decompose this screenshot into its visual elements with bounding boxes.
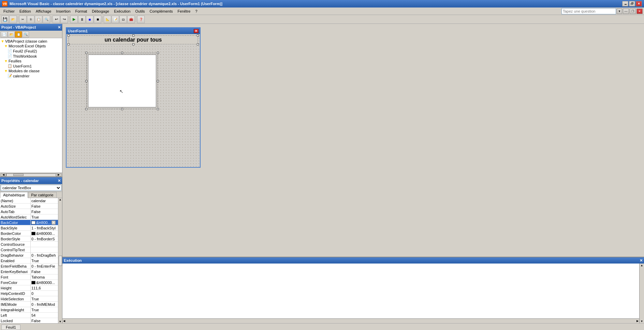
exec-hscroll-left[interactable]: ◀ [62, 319, 66, 322]
tool-run[interactable]: ▶ [70, 16, 78, 23]
tree-item-feuil2[interactable]: 📄 Feuil2 (Feuil2) [1, 48, 61, 54]
window-minimize[interactable]: — [623, 9, 629, 14]
tool-design[interactable]: 📐 [104, 16, 111, 23]
tree-scrollbar[interactable]: ◀ ▶ [0, 172, 62, 177]
exec-hscroll-right[interactable]: ▶ [636, 319, 639, 322]
prop-locked: Locked False [0, 318, 58, 323]
tab-par-categorie[interactable]: Par catégorie [28, 192, 56, 198]
handle-br[interactable] [197, 43, 199, 45]
menu-execution[interactable]: Exécution [112, 9, 132, 14]
tool-copy[interactable]: ⎘ [27, 16, 34, 23]
handle-tm[interactable] [132, 34, 134, 36]
menu-insertion[interactable]: Insertion [54, 9, 72, 14]
tool-cut[interactable]: ✂ [19, 16, 27, 23]
handle-tb-tl[interactable] [85, 52, 87, 54]
handle-tb-tr[interactable] [157, 52, 159, 54]
tree-item-feuilles[interactable]: ▼ Feuilles [1, 59, 61, 63]
tree-label-modules: Modules de classe [9, 69, 40, 73]
project-panel-close[interactable]: ✕ [58, 25, 61, 30]
tree-label-project: VBAProject (classe calen [5, 39, 47, 43]
proj-btn-3[interactable]: 📋 [15, 31, 22, 38]
restore-button[interactable]: 🗗 [629, 1, 635, 6]
scroll-track[interactable] [6, 174, 56, 176]
question-dropdown[interactable]: ▼ [617, 9, 622, 14]
props-select[interactable]: calendar TextBox [1, 185, 61, 191]
menu-edition[interactable]: Edition [17, 9, 33, 14]
minimize-button[interactable]: 🗕 [622, 1, 628, 6]
scroll-up-btn[interactable]: ▲ [59, 198, 62, 201]
tree-item-userform1[interactable]: 📋 UserForm1 [1, 63, 61, 69]
textbox-container[interactable] [86, 53, 158, 109]
tab-alphabetique[interactable]: Alphabétique [0, 192, 28, 198]
menu-debogage[interactable]: Débogage [90, 9, 111, 14]
tree-item-calendrier[interactable]: 📝 calendrier [1, 73, 61, 78]
tool-undo[interactable]: ↩ [53, 16, 60, 23]
handle-tr[interactable] [197, 34, 199, 36]
tool-stop[interactable]: ■ [86, 16, 93, 23]
tool-help[interactable]: ❓ [137, 16, 145, 23]
scroll-thumb[interactable] [59, 256, 62, 266]
window-close[interactable]: ✕ [636, 9, 643, 14]
tool-redo[interactable]: ↪ [60, 16, 68, 23]
handle-tb-br[interactable] [157, 108, 159, 110]
proj-btn-1[interactable]: 📄 [1, 31, 8, 38]
scroll-down-btn[interactable]: ▼ [59, 320, 62, 323]
proj-btn-2[interactable]: 📂 [8, 31, 15, 38]
exec-scroll-up[interactable]: ▲ [640, 264, 644, 267]
project-tree[interactable]: ▼ VBAProject (classe calen ▼ Microsoft E… [0, 38, 62, 172]
tool-find[interactable]: 🔍 [43, 16, 50, 23]
menu-complements[interactable]: Compléments [148, 9, 175, 14]
tool-explorer[interactable]: 🗂 [119, 16, 127, 23]
close-button[interactable]: ✕ [636, 1, 642, 6]
props-scrollbar[interactable]: ▲ ▼ [58, 198, 62, 323]
window-restore[interactable]: ❐ [630, 9, 636, 14]
handle-tb-bl[interactable] [85, 108, 87, 110]
exec-scrollbar[interactable]: ▲ ▼ [639, 264, 644, 323]
userform-close[interactable]: ✕ [194, 29, 199, 33]
menu-affichage[interactable]: Affichage [34, 9, 54, 14]
question-input[interactable] [561, 8, 616, 14]
menu-bar: Fichier Edition Affichage Insertion Form… [0, 7, 644, 15]
toolbar-sep-2 [51, 16, 52, 22]
tool-open[interactable]: 📂 [9, 16, 17, 23]
exec-hscrollbar[interactable]: ◀ ▶ [62, 318, 639, 323]
handle-tb-ml[interactable] [85, 80, 87, 82]
tool-toolbox[interactable]: 🧰 [127, 16, 135, 23]
backcolor-dropdown[interactable]: ▼ [52, 221, 56, 225]
tool-reset[interactable]: ⏹ [94, 16, 101, 23]
menu-format[interactable]: Format [73, 9, 89, 14]
proj-btn-4[interactable]: 🔍 [22, 31, 29, 38]
exec-header: Exécution ✕ [62, 257, 644, 264]
tool-paste[interactable]: 📋 [35, 16, 42, 23]
exec-scroll-down[interactable]: ▼ [640, 319, 644, 323]
tool-pause[interactable]: ⏸ [78, 16, 86, 23]
handle-tb-mr[interactable] [157, 80, 159, 82]
props-panel-close[interactable]: ✕ [58, 179, 61, 183]
scroll-thumb[interactable] [13, 174, 24, 176]
tree-item-thisworkbook[interactable]: 📄 ThisWorkbook [1, 54, 61, 59]
scroll-left[interactable]: ◀ [1, 173, 6, 177]
prop-backcolor[interactable]: BackColor &H800... ▼ [0, 220, 58, 225]
app-icon: VB [2, 1, 8, 6]
textbox-element[interactable] [88, 55, 156, 107]
handle-tb-tm[interactable] [121, 52, 123, 54]
tree-item-project[interactable]: ▼ VBAProject (classe calen [1, 39, 61, 44]
handle-tl[interactable] [68, 34, 70, 36]
scroll-right[interactable]: ▶ [56, 173, 61, 177]
tool-props[interactable]: 📝 [112, 16, 119, 23]
menu-fichier[interactable]: Fichier [1, 9, 17, 14]
menu-fenetre[interactable]: Fenêtre [175, 9, 192, 14]
tree-item-excel[interactable]: ▼ Microsoft Excel Objets [1, 44, 61, 48]
userform-window[interactable]: UserForm1 ✕ un calendar pour tous [66, 27, 201, 168]
menu-outils[interactable]: Outils [133, 9, 147, 14]
form-label-container[interactable]: un calendar pour tous [69, 35, 198, 44]
status-tab-feuil1[interactable]: Feuil1 [1, 325, 20, 330]
handle-bm[interactable] [132, 43, 134, 45]
handle-bl[interactable] [68, 43, 70, 45]
bordercolor-swatch [31, 232, 35, 235]
menu-help[interactable]: ? [193, 9, 199, 14]
handle-tb-bm[interactable] [121, 108, 123, 110]
exec-close[interactable]: ✕ [640, 258, 643, 263]
tool-save[interactable]: 💾 [1, 16, 9, 23]
tree-item-modules[interactable]: ▼ Modules de classe [1, 69, 61, 73]
